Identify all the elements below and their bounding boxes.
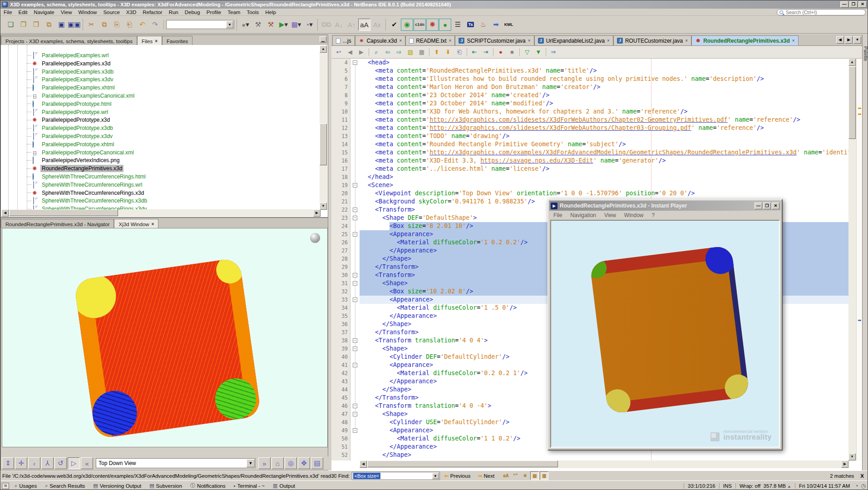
shift-line-right-button[interactable]: ⇥ (480, 47, 491, 57)
scroll-right-icon[interactable]: ▶ (313, 209, 321, 217)
examine-mode-button[interactable]: ↺ (54, 457, 67, 469)
x3d-launch-button[interactable]: ➡ (490, 19, 502, 31)
menu-navigate[interactable]: Navigate (30, 9, 57, 15)
menu-team[interactable]: Team (224, 9, 243, 15)
editor-tab-capsule-x3d[interactable]: ✺Capsule.x3d× (355, 35, 406, 45)
fit-world-button[interactable]: ✥ (298, 457, 310, 469)
scroll-down-icon[interactable]: ▼ (320, 203, 327, 210)
chevron-down-icon[interactable]: ▼ (247, 459, 255, 467)
tab-projects-x3d-examples-schema-stylesheets-tooltips[interactable]: Projects - X3D examples, schema, stylesh… (1, 36, 137, 45)
x3d-to-java-button[interactable]: ♨ (477, 19, 489, 31)
output-tab-usages[interactable]: ⌕Usages (11, 482, 40, 490)
tree-item[interactable]: ParallelepipedExamples.x3db (27, 68, 115, 76)
output-tab-output[interactable]: ▥Output (269, 482, 299, 490)
tree-item[interactable]: ParallelepipedPrototype.x3dv (27, 132, 114, 140)
tree-item[interactable]: ParallelepipedExamples.x3dv (27, 75, 114, 84)
editor-tab-roundedrectangleprimitives-x3d[interactable]: ✺RoundedRectanglePrimitives.x3d× (691, 35, 799, 45)
match-case-button[interactable]: aA (358, 19, 370, 31)
window-tabs-icon[interactable]: ⧉ (2, 483, 9, 489)
tab-favorites[interactable]: Favorites (162, 36, 192, 45)
tree-horizontal-scrollbar[interactable]: ◀ ▶ (1, 209, 321, 217)
code-fold-icon[interactable]: − (353, 404, 357, 408)
tree-item[interactable]: SphereWithThreeCircumferenceRings.html (27, 173, 147, 181)
stop-macro-recording-button[interactable]: ■ (507, 47, 518, 57)
annotation-mark[interactable] (858, 114, 861, 115)
insert-mode[interactable]: INS (719, 483, 735, 489)
tree-item[interactable]: ✺SphereWithThreeCircumferenceRings.x3d (27, 189, 145, 197)
scroll-right-icon[interactable]: ▶ (841, 460, 848, 468)
rotate-mode-button[interactable]: ‹ (28, 457, 40, 469)
output-tab-subversion[interactable]: ▤Subversion (146, 482, 186, 490)
build-project-button[interactable]: ⚒ (252, 19, 264, 31)
new-project-button[interactable]: ❐ (17, 19, 30, 31)
shift-line-left-button[interactable]: ⇤ (469, 47, 480, 57)
previous-bookmark-button[interactable]: ⬆ (431, 47, 442, 57)
tree-item[interactable]: ParallelepipedPrototype.html (27, 100, 113, 108)
whole-words-button[interactable]: “” (511, 471, 520, 480)
tree-item[interactable]: ✺ParallelepipedExamples.x3d (27, 59, 112, 68)
pointer-mode-button[interactable]: ▷ (68, 457, 80, 469)
search-input[interactable] (785, 9, 858, 15)
debug-project-button[interactable]: ▦▾ (290, 19, 302, 31)
editor-tab-readme-txt[interactable]: README.txt× (405, 35, 455, 45)
menu-file[interactable]: File (0, 9, 15, 15)
tab-xj3d-window[interactable]: Xj3d Window× (114, 219, 158, 228)
menu-tools[interactable]: Tools (243, 9, 262, 15)
tree-item[interactable]: ParallelepipedExamples.wrl (27, 51, 110, 59)
code-fold-icon[interactable]: − (353, 183, 357, 188)
menu-source[interactable]: Source (100, 9, 123, 15)
editor-tab-routecustomizer-java[interactable]: JROUTECustomizer.java× (613, 35, 691, 45)
clean-build-project-button[interactable]: ⚒ (265, 19, 277, 31)
scroll-up-icon[interactable]: ▲ (848, 59, 856, 66)
error-stripe[interactable] (856, 59, 862, 460)
maximize-button[interactable]: ❐ (849, 1, 858, 8)
clipboard-history-button[interactable]: ⎗ (123, 19, 136, 31)
find-next-button[interactable]: ⇒ Next (475, 471, 497, 480)
scroll-up-icon[interactable]: ▲ (320, 45, 327, 53)
quick-search[interactable] (777, 9, 866, 15)
x3d-xslt-button[interactable]: Ts (464, 19, 477, 31)
configuration-combo-combo[interactable]: ▼ (166, 20, 234, 29)
output-tab-notifications[interactable]: ⓘNotifications (187, 482, 229, 490)
code-fold-icon[interactable]: − (353, 363, 357, 367)
player-menu-file[interactable]: File (549, 212, 566, 218)
output-tab-terminal-[interactable]: ▪Terminal - ~ (230, 482, 268, 490)
tree-item[interactable]: ParallelepipedVertexIndices.png (27, 156, 121, 164)
walk-mode-button[interactable]: ⅄ (41, 457, 54, 469)
copy-button[interactable]: ⧉ (98, 19, 110, 31)
expand-all-folds-button[interactable]: ▼ (533, 47, 544, 57)
forward-button[interactable]: ▶ (356, 47, 367, 57)
code-fold-icon[interactable]: − (353, 208, 357, 212)
open-project-button[interactable]: ❒ (30, 19, 42, 31)
editor-tab-scriptcustomizer-java[interactable]: JSCRIPTCustomizer.java× (455, 35, 534, 45)
instant-player-title-bar[interactable]: ▶ RoundedRectanglePrimitives.x3d - Insta… (549, 201, 781, 211)
minimize-button[interactable]: — (840, 1, 848, 8)
code-fold-icon[interactable]: − (353, 281, 357, 286)
maximize-button[interactable]: ❐ (763, 203, 771, 209)
deploy-button[interactable]: ●▾ (239, 19, 252, 31)
tree-item[interactable]: ParallelepipedPrototype.wrl (27, 108, 109, 116)
editor-tab--js[interactable]: ...js (332, 35, 355, 45)
annotation-mark[interactable] (858, 108, 861, 109)
close-icon[interactable]: × (399, 38, 402, 43)
profile-project-button[interactable]: ◔▾ (303, 19, 315, 31)
save-button[interactable]: ▣ (55, 19, 68, 31)
menu-window[interactable]: Window (75, 9, 100, 15)
find-selection-button[interactable]: ⌕ (371, 47, 382, 57)
chevron-down-icon[interactable]: ▼ (432, 473, 439, 479)
toggle-rectangular-selection-button[interactable]: ▦ (416, 47, 427, 57)
start-macro-recording-button[interactable]: ● (495, 47, 506, 57)
menu-debug[interactable]: Debug (182, 9, 203, 15)
tree-item[interactable]: ‹›ParallelepipedExamplesCanonical.xml (27, 92, 136, 100)
x3d-validate-button[interactable]: ✔ (388, 19, 400, 31)
xj3d-3d-view[interactable] (2, 228, 328, 447)
menu-view[interactable]: View (58, 9, 75, 15)
find-previous-occurrence-button[interactable]: ⇦ (382, 47, 393, 57)
close-button[interactable]: ✕ (772, 203, 779, 209)
tree-item[interactable]: ✺RoundedRectanglePrimitives.x3d (27, 164, 123, 173)
tab-roundedrectangleprimitives-x3d-navigator[interactable]: RoundedRectanglePrimitives.x3d - Navigat… (1, 219, 114, 228)
code-fold-icon[interactable]: − (353, 346, 357, 351)
close-icon[interactable]: × (685, 38, 688, 43)
tree-item[interactable]: ParallelepipedPrototype.xhtml (27, 140, 115, 148)
x3d-to-kml-button[interactable]: KML (503, 19, 515, 31)
